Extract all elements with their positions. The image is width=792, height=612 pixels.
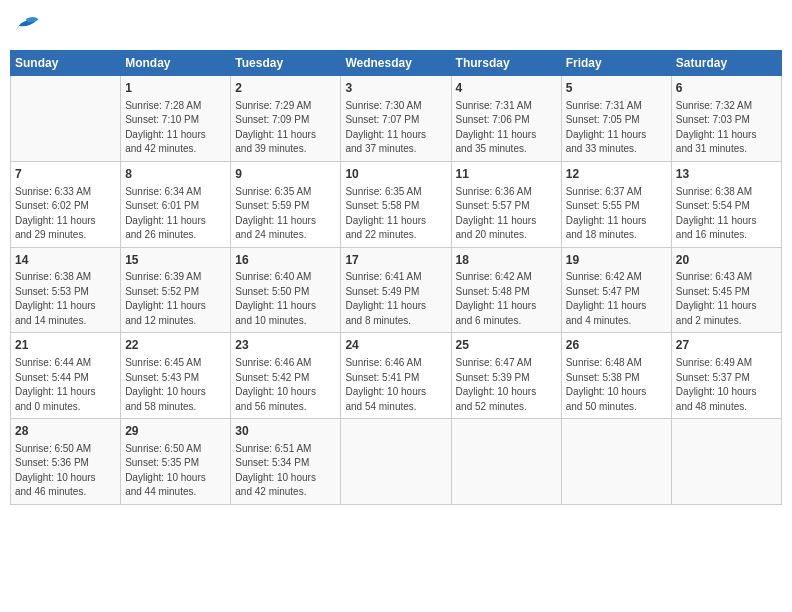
day-info: Sunrise: 6:48 AM Sunset: 5:38 PM Dayligh… <box>566 356 667 414</box>
day-cell: 17Sunrise: 6:41 AM Sunset: 5:49 PM Dayli… <box>341 247 451 333</box>
day-info: Sunrise: 6:33 AM Sunset: 6:02 PM Dayligh… <box>15 185 116 243</box>
day-cell <box>341 419 451 505</box>
day-info: Sunrise: 6:40 AM Sunset: 5:50 PM Dayligh… <box>235 270 336 328</box>
day-info: Sunrise: 6:43 AM Sunset: 5:45 PM Dayligh… <box>676 270 777 328</box>
day-info: Sunrise: 6:42 AM Sunset: 5:47 PM Dayligh… <box>566 270 667 328</box>
header-monday: Monday <box>121 51 231 76</box>
day-cell: 22Sunrise: 6:45 AM Sunset: 5:43 PM Dayli… <box>121 333 231 419</box>
day-number: 15 <box>125 252 226 269</box>
day-cell: 19Sunrise: 6:42 AM Sunset: 5:47 PM Dayli… <box>561 247 671 333</box>
day-info: Sunrise: 6:49 AM Sunset: 5:37 PM Dayligh… <box>676 356 777 414</box>
day-info: Sunrise: 7:31 AM Sunset: 7:05 PM Dayligh… <box>566 99 667 157</box>
header-saturday: Saturday <box>671 51 781 76</box>
day-number: 23 <box>235 337 336 354</box>
week-row-3: 14Sunrise: 6:38 AM Sunset: 5:53 PM Dayli… <box>11 247 782 333</box>
day-cell: 27Sunrise: 6:49 AM Sunset: 5:37 PM Dayli… <box>671 333 781 419</box>
week-row-5: 28Sunrise: 6:50 AM Sunset: 5:36 PM Dayli… <box>11 419 782 505</box>
day-info: Sunrise: 6:36 AM Sunset: 5:57 PM Dayligh… <box>456 185 557 243</box>
day-cell: 8Sunrise: 6:34 AM Sunset: 6:01 PM Daylig… <box>121 161 231 247</box>
day-cell: 1Sunrise: 7:28 AM Sunset: 7:10 PM Daylig… <box>121 76 231 162</box>
day-cell: 14Sunrise: 6:38 AM Sunset: 5:53 PM Dayli… <box>11 247 121 333</box>
header-sunday: Sunday <box>11 51 121 76</box>
calendar-header-row: SundayMondayTuesdayWednesdayThursdayFrid… <box>11 51 782 76</box>
week-row-4: 21Sunrise: 6:44 AM Sunset: 5:44 PM Dayli… <box>11 333 782 419</box>
day-info: Sunrise: 7:32 AM Sunset: 7:03 PM Dayligh… <box>676 99 777 157</box>
page-header <box>10 10 782 42</box>
day-info: Sunrise: 6:41 AM Sunset: 5:49 PM Dayligh… <box>345 270 446 328</box>
day-cell: 16Sunrise: 6:40 AM Sunset: 5:50 PM Dayli… <box>231 247 341 333</box>
day-number: 17 <box>345 252 446 269</box>
day-info: Sunrise: 6:50 AM Sunset: 5:35 PM Dayligh… <box>125 442 226 500</box>
day-cell: 5Sunrise: 7:31 AM Sunset: 7:05 PM Daylig… <box>561 76 671 162</box>
day-cell <box>671 419 781 505</box>
day-cell: 21Sunrise: 6:44 AM Sunset: 5:44 PM Dayli… <box>11 333 121 419</box>
day-cell: 23Sunrise: 6:46 AM Sunset: 5:42 PM Dayli… <box>231 333 341 419</box>
day-number: 10 <box>345 166 446 183</box>
day-number: 12 <box>566 166 667 183</box>
day-info: Sunrise: 6:37 AM Sunset: 5:55 PM Dayligh… <box>566 185 667 243</box>
logo <box>10 10 40 42</box>
day-cell: 28Sunrise: 6:50 AM Sunset: 5:36 PM Dayli… <box>11 419 121 505</box>
day-cell: 3Sunrise: 7:30 AM Sunset: 7:07 PM Daylig… <box>341 76 451 162</box>
day-number: 13 <box>676 166 777 183</box>
day-number: 14 <box>15 252 116 269</box>
day-cell: 24Sunrise: 6:46 AM Sunset: 5:41 PM Dayli… <box>341 333 451 419</box>
day-number: 19 <box>566 252 667 269</box>
day-cell: 18Sunrise: 6:42 AM Sunset: 5:48 PM Dayli… <box>451 247 561 333</box>
day-cell: 11Sunrise: 6:36 AM Sunset: 5:57 PM Dayli… <box>451 161 561 247</box>
day-number: 30 <box>235 423 336 440</box>
day-info: Sunrise: 6:46 AM Sunset: 5:41 PM Dayligh… <box>345 356 446 414</box>
day-info: Sunrise: 6:46 AM Sunset: 5:42 PM Dayligh… <box>235 356 336 414</box>
day-number: 16 <box>235 252 336 269</box>
day-cell: 4Sunrise: 7:31 AM Sunset: 7:06 PM Daylig… <box>451 76 561 162</box>
day-number: 7 <box>15 166 116 183</box>
day-cell: 2Sunrise: 7:29 AM Sunset: 7:09 PM Daylig… <box>231 76 341 162</box>
header-wednesday: Wednesday <box>341 51 451 76</box>
day-cell: 10Sunrise: 6:35 AM Sunset: 5:58 PM Dayli… <box>341 161 451 247</box>
day-number: 20 <box>676 252 777 269</box>
calendar-table: SundayMondayTuesdayWednesdayThursdayFrid… <box>10 50 782 505</box>
week-row-1: 1Sunrise: 7:28 AM Sunset: 7:10 PM Daylig… <box>11 76 782 162</box>
day-cell: 9Sunrise: 6:35 AM Sunset: 5:59 PM Daylig… <box>231 161 341 247</box>
day-number: 11 <box>456 166 557 183</box>
day-number: 1 <box>125 80 226 97</box>
day-number: 22 <box>125 337 226 354</box>
day-number: 29 <box>125 423 226 440</box>
day-number: 6 <box>676 80 777 97</box>
day-number: 9 <box>235 166 336 183</box>
day-cell <box>561 419 671 505</box>
day-cell <box>11 76 121 162</box>
day-number: 26 <box>566 337 667 354</box>
day-info: Sunrise: 6:38 AM Sunset: 5:53 PM Dayligh… <box>15 270 116 328</box>
day-cell <box>451 419 561 505</box>
day-cell: 30Sunrise: 6:51 AM Sunset: 5:34 PM Dayli… <box>231 419 341 505</box>
day-info: Sunrise: 7:30 AM Sunset: 7:07 PM Dayligh… <box>345 99 446 157</box>
day-number: 4 <box>456 80 557 97</box>
day-number: 21 <box>15 337 116 354</box>
week-row-2: 7Sunrise: 6:33 AM Sunset: 6:02 PM Daylig… <box>11 161 782 247</box>
day-info: Sunrise: 6:45 AM Sunset: 5:43 PM Dayligh… <box>125 356 226 414</box>
logo-icon <box>12 10 40 38</box>
day-info: Sunrise: 6:51 AM Sunset: 5:34 PM Dayligh… <box>235 442 336 500</box>
day-info: Sunrise: 6:38 AM Sunset: 5:54 PM Dayligh… <box>676 185 777 243</box>
day-info: Sunrise: 7:29 AM Sunset: 7:09 PM Dayligh… <box>235 99 336 157</box>
day-cell: 29Sunrise: 6:50 AM Sunset: 5:35 PM Dayli… <box>121 419 231 505</box>
day-info: Sunrise: 6:34 AM Sunset: 6:01 PM Dayligh… <box>125 185 226 243</box>
day-info: Sunrise: 7:28 AM Sunset: 7:10 PM Dayligh… <box>125 99 226 157</box>
day-info: Sunrise: 6:42 AM Sunset: 5:48 PM Dayligh… <box>456 270 557 328</box>
day-info: Sunrise: 7:31 AM Sunset: 7:06 PM Dayligh… <box>456 99 557 157</box>
day-number: 24 <box>345 337 446 354</box>
day-cell: 6Sunrise: 7:32 AM Sunset: 7:03 PM Daylig… <box>671 76 781 162</box>
day-number: 5 <box>566 80 667 97</box>
day-info: Sunrise: 6:50 AM Sunset: 5:36 PM Dayligh… <box>15 442 116 500</box>
day-number: 28 <box>15 423 116 440</box>
day-number: 8 <box>125 166 226 183</box>
day-number: 25 <box>456 337 557 354</box>
day-cell: 12Sunrise: 6:37 AM Sunset: 5:55 PM Dayli… <box>561 161 671 247</box>
header-tuesday: Tuesday <box>231 51 341 76</box>
day-cell: 15Sunrise: 6:39 AM Sunset: 5:52 PM Dayli… <box>121 247 231 333</box>
day-cell: 25Sunrise: 6:47 AM Sunset: 5:39 PM Dayli… <box>451 333 561 419</box>
day-number: 3 <box>345 80 446 97</box>
day-info: Sunrise: 6:35 AM Sunset: 5:58 PM Dayligh… <box>345 185 446 243</box>
day-cell: 13Sunrise: 6:38 AM Sunset: 5:54 PM Dayli… <box>671 161 781 247</box>
